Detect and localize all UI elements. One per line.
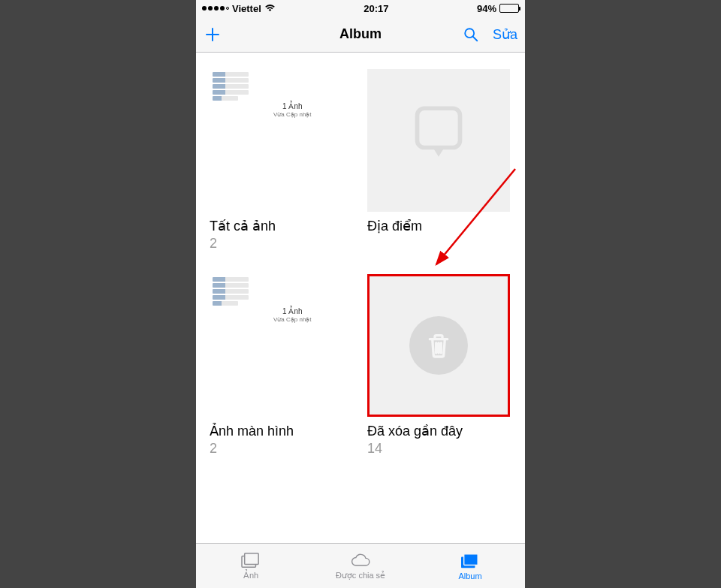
thumb-caption: 1 Ảnh bbox=[273, 102, 312, 111]
album-thumbnail bbox=[367, 69, 510, 212]
wifi-icon bbox=[264, 3, 276, 14]
album-grid-content: 1 Ảnh Vừa Cập nhật Tất cả ảnh 2 bbox=[196, 53, 525, 543]
album-title: Ảnh màn hình bbox=[210, 423, 354, 440]
thumb-caption-sub: Vừa Cập nhật bbox=[273, 111, 312, 118]
svg-rect-6 bbox=[464, 553, 478, 565]
navigation-bar: Album Sửa bbox=[196, 17, 525, 53]
cloud-icon bbox=[350, 551, 371, 569]
edit-button[interactable]: Sửa bbox=[493, 26, 517, 43]
phone-frame: Viettel 20:17 94% Album Sửa bbox=[196, 0, 525, 588]
status-left: Viettel bbox=[202, 3, 276, 14]
tab-label: Album bbox=[458, 571, 481, 580]
add-album-button[interactable] bbox=[204, 26, 222, 44]
album-title: Tất cả ảnh bbox=[210, 218, 354, 235]
map-pin-icon bbox=[403, 101, 475, 173]
trash-icon bbox=[409, 316, 468, 375]
svg-rect-1 bbox=[418, 108, 460, 147]
status-bar: Viettel 20:17 94% bbox=[196, 0, 525, 17]
album-places[interactable]: Địa điểm bbox=[367, 69, 511, 252]
album-thumbnail: 1 Ảnh Vừa Cập nhật bbox=[210, 274, 352, 417]
photos-stack-icon bbox=[240, 551, 261, 569]
signal-strength-icon bbox=[202, 6, 229, 11]
status-time: 20:17 bbox=[364, 3, 388, 14]
tab-label: Ảnh bbox=[243, 571, 258, 580]
album-count: 2 bbox=[210, 440, 354, 457]
svg-rect-4 bbox=[245, 553, 258, 565]
album-stack-icon bbox=[460, 552, 481, 570]
album-thumbnail-highlighted bbox=[367, 274, 510, 417]
album-screenshots[interactable]: 1 Ảnh Vừa Cập nhật Ảnh màn hình 2 bbox=[210, 274, 354, 457]
search-button[interactable] bbox=[463, 26, 479, 43]
tab-bar: Ảnh Được chia sẻ Album bbox=[196, 543, 525, 588]
battery-percent: 94% bbox=[477, 3, 496, 14]
carrier-label: Viettel bbox=[232, 3, 261, 14]
tab-photos[interactable]: Ảnh bbox=[196, 544, 306, 588]
album-count: 2 bbox=[210, 235, 354, 252]
thumb-caption-sub: Vừa Cập nhật bbox=[273, 316, 312, 323]
status-right: 94% bbox=[477, 3, 519, 14]
battery-icon bbox=[499, 4, 519, 13]
tab-shared[interactable]: Được chia sẻ bbox=[306, 544, 415, 588]
album-title: Địa điểm bbox=[367, 218, 511, 235]
tab-album[interactable]: Album bbox=[415, 544, 525, 588]
album-all-photos[interactable]: 1 Ảnh Vừa Cập nhật Tất cả ảnh 2 bbox=[210, 69, 354, 252]
album-thumbnail: 1 Ảnh Vừa Cập nhật bbox=[210, 69, 352, 212]
album-title: Đã xóa gần đây bbox=[367, 423, 511, 440]
album-recently-deleted[interactable]: Đã xóa gần đây 14 bbox=[367, 274, 511, 457]
thumb-caption: 1 Ảnh bbox=[273, 307, 312, 316]
album-count: 14 bbox=[367, 440, 511, 457]
tab-label: Được chia sẻ bbox=[336, 571, 385, 580]
